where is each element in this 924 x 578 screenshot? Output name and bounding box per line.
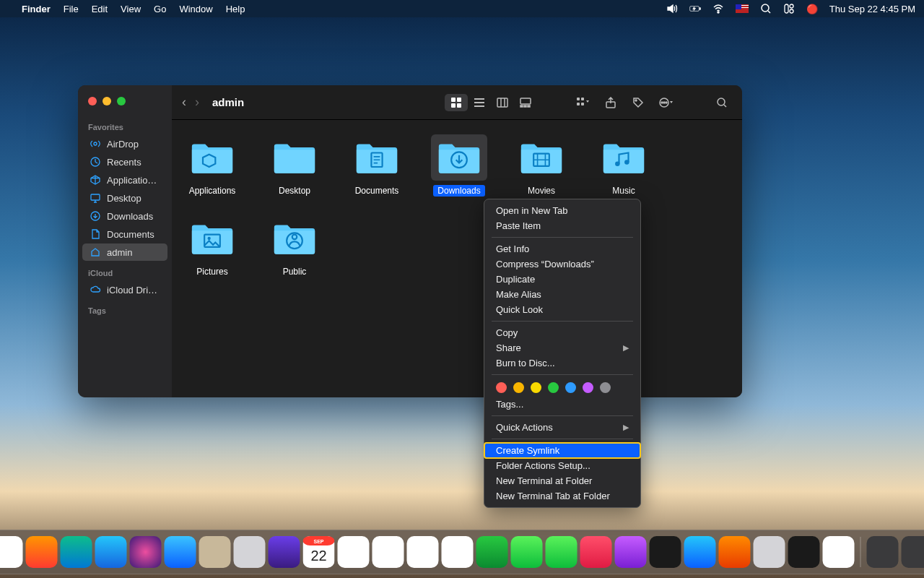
- dock-app-edge[interactable]: [61, 536, 92, 568]
- action-button[interactable]: [657, 94, 674, 111]
- wifi-icon[interactable]: [712, 3, 724, 14]
- search-button[interactable]: [713, 94, 731, 111]
- context-item-make-alias[interactable]: Make Alias: [484, 287, 640, 302]
- tags-button[interactable]: [629, 94, 647, 111]
- column-view-button[interactable]: [491, 94, 514, 111]
- context-item-burn-to-disc---[interactable]: Burn to Disc...: [484, 355, 640, 371]
- context-item-duplicate[interactable]: Duplicate: [484, 272, 640, 287]
- back-button[interactable]: ‹: [182, 95, 186, 110]
- folder-label: Music: [608, 185, 639, 197]
- app-name[interactable]: Finder: [22, 4, 51, 14]
- tag-color-dot[interactable]: [513, 382, 524, 393]
- folder-pictures[interactable]: Pictures: [182, 215, 243, 277]
- dock-app-podcasts[interactable]: [615, 536, 647, 568]
- dock-folder2[interactable]: [902, 536, 925, 568]
- context-item-open-in-new-tab[interactable]: Open in New Tab: [484, 203, 640, 218]
- menu-window[interactable]: Window: [179, 4, 212, 14]
- folder-icon: [271, 139, 318, 176]
- tag-color-dot[interactable]: [548, 382, 559, 393]
- folder-applications[interactable]: Applications: [182, 134, 243, 197]
- dock-app-facetime[interactable]: [546, 536, 578, 568]
- icon-view-button[interactable]: [445, 94, 468, 111]
- battery-icon[interactable]: [689, 3, 701, 14]
- dock-app-notes[interactable]: [338, 536, 370, 568]
- dock-app-photos[interactable]: [407, 536, 439, 568]
- input-source-icon[interactable]: [736, 4, 749, 13]
- sidebar-item-documents[interactable]: Documents: [82, 225, 167, 243]
- context-item-share[interactable]: Share▶: [484, 340, 640, 355]
- sidebar-item-iclouddri[interactable]: iCloud Dri…: [82, 281, 167, 298]
- sidebar-item-desktop[interactable]: Desktop: [82, 189, 167, 207]
- context-item-paste-item[interactable]: Paste Item: [484, 218, 640, 233]
- context-item-copy[interactable]: Copy: [484, 325, 640, 340]
- folder-desktop[interactable]: Desktop: [264, 134, 325, 197]
- context-item-create-symlink[interactable]: Create Symlink: [484, 443, 640, 458]
- gallery-view-button[interactable]: [514, 94, 537, 111]
- tag-color-dot[interactable]: [600, 382, 611, 393]
- menu-go[interactable]: Go: [154, 4, 166, 14]
- close-button[interactable]: [88, 97, 97, 105]
- user-status-icon[interactable]: 🔴: [806, 3, 818, 14]
- dock-app-firefox[interactable]: [26, 536, 58, 568]
- menu-file[interactable]: File: [64, 4, 79, 14]
- tag-color-dot[interactable]: [531, 382, 541, 393]
- context-item-quick-look[interactable]: Quick Look: [484, 302, 640, 317]
- spotlight-icon[interactable]: [760, 3, 772, 14]
- folder-music[interactable]: Music: [593, 134, 654, 197]
- svg-rect-5: [790, 4, 793, 8]
- dock-app-findmy[interactable]: [476, 536, 508, 568]
- share-button[interactable]: [602, 94, 619, 111]
- minimize-button[interactable]: [103, 97, 111, 105]
- context-item-new-terminal-tab-at-folder[interactable]: New Terminal Tab at Folder: [484, 488, 640, 504]
- folder-movies[interactable]: Movies: [511, 134, 572, 197]
- sidebar-item-airdrop[interactable]: AirDrop: [82, 135, 167, 152]
- context-item-get-info[interactable]: Get Info: [484, 241, 640, 256]
- sidebar-item-recents[interactable]: Recents: [82, 153, 167, 171]
- dock-app-siri[interactable]: [130, 536, 162, 568]
- dock-app-mail[interactable]: [165, 536, 196, 568]
- forward-button[interactable]: ›: [195, 95, 199, 110]
- sidebar-item-downloads[interactable]: Downloads: [82, 207, 167, 225]
- menu-help[interactable]: Help: [226, 4, 245, 14]
- menubar-datetime[interactable]: Thu Sep 22 4:45 PM: [829, 4, 915, 14]
- dock-app-terminal[interactable]: [788, 536, 820, 568]
- dock-app-messages[interactable]: [511, 536, 543, 568]
- context-item-label: Paste Item: [496, 220, 541, 231]
- context-item-new-terminal-at-folder[interactable]: New Terminal at Folder: [484, 473, 640, 488]
- context-item-compress--downloads-[interactable]: Compress “Downloads”: [484, 256, 640, 272]
- folder-documents[interactable]: Documents: [346, 134, 407, 197]
- dock-app-tv[interactable]: [650, 536, 681, 568]
- sidebar-item-applicatio[interactable]: Applicatio…: [82, 171, 167, 189]
- tag-color-dot[interactable]: [565, 382, 576, 393]
- dock-app-music[interactable]: [580, 536, 612, 568]
- dock-app-settings[interactable]: [754, 536, 785, 568]
- dock-app-cleanmy[interactable]: [269, 536, 300, 568]
- dock-app-office[interactable]: [719, 536, 751, 568]
- volume-icon[interactable]: [666, 3, 678, 14]
- airdrop-icon: [90, 138, 101, 150]
- context-item-folder-actions-setup---[interactable]: Folder Actions Setup...: [484, 458, 640, 473]
- dock-app-safari[interactable]: [95, 536, 127, 568]
- sidebar-item-admin[interactable]: admin: [82, 243, 167, 261]
- context-item-quick-actions[interactable]: Quick Actions▶: [484, 420, 640, 435]
- dock-app-contacts[interactable]: [199, 536, 231, 568]
- context-item-tags---[interactable]: Tags...: [484, 397, 640, 412]
- group-by-button[interactable]: [575, 94, 592, 111]
- tag-color-dot[interactable]: [496, 382, 507, 393]
- dock-app-chrome[interactable]: [0, 536, 23, 568]
- menu-view[interactable]: View: [121, 4, 141, 14]
- list-view-button[interactable]: [468, 94, 491, 111]
- dock-app-maps[interactable]: [442, 536, 474, 568]
- dock-app-symlink-app[interactable]: [823, 536, 855, 568]
- dock-folder1[interactable]: [867, 536, 899, 568]
- dock-app-calendar[interactable]: SEP22: [303, 536, 335, 568]
- dock-app-appstore[interactable]: [684, 536, 716, 568]
- zoom-button[interactable]: [117, 97, 126, 105]
- dock-app-reminders[interactable]: [372, 536, 404, 568]
- folder-public[interactable]: Public: [264, 215, 325, 277]
- folder-downloads[interactable]: Downloads: [429, 134, 489, 197]
- tag-color-dot[interactable]: [583, 382, 593, 393]
- menu-edit[interactable]: Edit: [92, 4, 108, 14]
- control-center-icon[interactable]: [783, 3, 795, 14]
- dock-app-settings-old[interactable]: [234, 536, 266, 568]
